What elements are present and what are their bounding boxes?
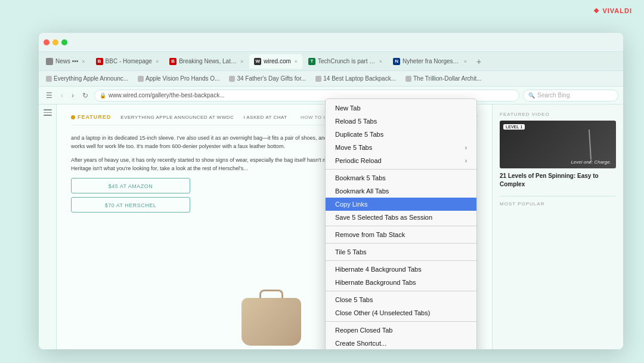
bookmarks-bar: Everything Apple Announc...Apple Vision … xyxy=(39,71,623,87)
menu-separator xyxy=(326,243,476,244)
menu-item-hibernate-bg-tabs[interactable]: Hibernate Background Tabs xyxy=(326,276,476,289)
bookmark-label: 34 Father's Day Gifts for... xyxy=(237,75,306,82)
tab-label: Nyheter fra Norges mest xyxy=(402,58,460,64)
tab-close-button[interactable]: × xyxy=(156,59,159,64)
menu-item-tile-5-tabs[interactable]: Tile 5 Tabs xyxy=(326,245,476,259)
menu-separator xyxy=(326,321,476,322)
menu-item-label: Bookmark 5 Tabs xyxy=(335,174,386,182)
nav-item-1[interactable]: EVERYTHING APPLE ANNOUNCED AT WWDC xyxy=(120,115,234,120)
tab-favicon: B xyxy=(96,58,103,65)
search-bar[interactable]: 🔍 Search Bing xyxy=(523,90,618,101)
minimize-window-button[interactable] xyxy=(52,39,58,45)
reload-button[interactable]: ↻ xyxy=(80,90,91,101)
video-thumbnail[interactable]: LEVEL 1 Level one: Charge. xyxy=(500,121,616,168)
bookmark-favicon xyxy=(315,76,321,82)
menu-separator xyxy=(326,226,476,226)
context-menu: New TabReload 5 TabsDuplicate 5 TabsMove… xyxy=(325,99,477,349)
tab-label: TechCrunch is part of the xyxy=(318,58,376,64)
bookmark-favicon xyxy=(405,76,411,82)
menu-item-label: Create Shortcut... xyxy=(335,340,386,347)
featured-video-section: FEATURED VIDEO LEVEL 1 Level one: Charge… xyxy=(500,112,616,189)
tab-close-button[interactable]: × xyxy=(240,59,243,64)
new-tab-button[interactable]: + xyxy=(473,56,485,67)
menu-item-hibernate-4-bg-tabs[interactable]: Hibernate 4 Background Tabs xyxy=(326,263,476,276)
video-title[interactable]: 21 Levels of Pen Spinning: Easy to Compl… xyxy=(500,172,616,189)
featured-video-label: FEATURED VIDEO xyxy=(500,112,616,117)
sidebar-toggle-button[interactable]: ☰ xyxy=(44,90,55,101)
tab-close-button[interactable]: × xyxy=(464,59,467,64)
bookmark-item[interactable]: Everything Apple Announc... xyxy=(42,74,132,83)
tab-close-button[interactable]: × xyxy=(82,59,85,64)
most-popular-section: MOST POPULAR xyxy=(500,201,616,207)
menu-item-label: Remove from Tab Stack xyxy=(335,231,405,238)
tab-label: Breaking News, Latest Ne... xyxy=(179,58,237,64)
tabs-row: News •••×BBBC - Homepage×BBreaking News,… xyxy=(39,52,623,71)
nav-item-2[interactable]: I ASKED AT CHAT xyxy=(243,115,287,120)
bookmark-item[interactable]: 34 Father's Day Gifts for... xyxy=(225,74,309,83)
menu-item-close-5-tabs[interactable]: Close 5 Tabs xyxy=(326,293,476,306)
menu-item-close-other-tabs[interactable]: Close Other (4 Unselected Tabs) xyxy=(326,306,476,319)
menu-item-label: New Tab xyxy=(335,104,361,112)
menu-item-save-5-tabs-session[interactable]: Save 5 Selected Tabs as Session xyxy=(326,211,476,224)
title-bar xyxy=(39,33,623,52)
tab-label: wired.com xyxy=(264,58,291,64)
menu-item-reload-5-tabs[interactable]: Reload 5 Tabs xyxy=(326,115,476,128)
menu-item-remove-from-tab-stack[interactable]: Remove from Tab Stack xyxy=(326,228,476,241)
bookmark-label: The Trillion-Dollar Archit... xyxy=(413,75,481,82)
most-popular-label: MOST POPULAR xyxy=(500,201,616,207)
panel-divider xyxy=(500,196,616,196)
menu-item-label: Close 5 Tabs xyxy=(335,296,373,303)
menu-item-label: Hibernate Background Tabs xyxy=(335,279,416,286)
menu-separator xyxy=(326,260,476,261)
bag-shape xyxy=(242,298,301,346)
tab-tab-breaking[interactable]: BBreaking News, Latest Ne...× xyxy=(165,54,248,69)
menu-item-label: Duplicate 5 Tabs xyxy=(335,131,383,138)
submenu-arrow-icon: › xyxy=(465,158,467,164)
menu-item-move-5-tabs[interactable]: Move 5 Tabs› xyxy=(326,141,476,154)
back-button[interactable]: ‹ xyxy=(58,90,66,101)
menu-item-label: Reopen Closed Tab xyxy=(335,327,392,334)
address-text: www.wired.com/gallery/the-best-backpack.… xyxy=(109,92,225,99)
menu-item-label: Close Other (4 Unselected Tabs) xyxy=(335,309,430,316)
tab-label: News ••• xyxy=(55,58,78,64)
menu-item-label: Tile 5 Tabs xyxy=(335,248,367,256)
right-panel: FEATURED VIDEO LEVEL 1 Level one: Charge… xyxy=(492,104,623,349)
bookmark-item[interactable]: The Trillion-Dollar Archit... xyxy=(402,74,485,83)
traffic-lights xyxy=(44,39,67,45)
maximize-window-button[interactable] xyxy=(61,39,67,45)
menu-item-periodic-reload[interactable]: Periodic Reload› xyxy=(326,154,476,167)
herschel-button[interactable]: $70 AT HERSCHEL xyxy=(71,197,190,213)
tab-tab-wired[interactable]: Wwired.com× xyxy=(249,54,302,69)
forward-button[interactable]: › xyxy=(69,90,76,101)
menu-item-label: Move 5 Tabs xyxy=(335,144,372,151)
bookmark-item[interactable]: 14 Best Laptop Backpack... xyxy=(312,74,400,83)
bookmark-item[interactable]: Apple Vision Pro Hands O... xyxy=(134,74,223,83)
tab-favicon: W xyxy=(254,58,261,65)
close-window-button[interactable] xyxy=(44,39,49,45)
submenu-arrow-icon: › xyxy=(465,144,467,151)
bookmark-label: Apple Vision Pro Hands O... xyxy=(145,75,219,82)
bookmark-favicon xyxy=(229,76,235,82)
tab-close-button[interactable]: × xyxy=(379,59,382,64)
browser-window: News •••×BBBC - Homepage×BBreaking News,… xyxy=(39,33,623,349)
tab-tab-nyheter[interactable]: NNyheter fra Norges mest× xyxy=(388,54,472,69)
menu-item-copy-links[interactable]: Copy Links xyxy=(326,198,476,211)
bag-image xyxy=(236,290,307,349)
menu-item-label: Save 5 Selected Tabs as Session xyxy=(335,214,432,221)
featured-dot xyxy=(71,115,75,119)
menu-item-new-tab[interactable]: New Tab xyxy=(326,101,476,115)
sidebar-toggle[interactable] xyxy=(39,104,57,349)
tab-tab-bbc[interactable]: BBBC - Homepage× xyxy=(91,54,164,69)
menu-item-bookmark-5-tabs[interactable]: Bookmark 5 Tabs xyxy=(326,171,476,184)
tab-tab-techcrunch[interactable]: TTechCrunch is part of the× xyxy=(304,54,387,69)
tab-label: BBC - Homepage xyxy=(106,58,152,64)
menu-item-create-shortcut[interactable]: Create Shortcut... xyxy=(326,337,476,349)
tab-close-button[interactable]: × xyxy=(295,59,298,64)
amazon-button[interactable]: $45 AT AMAZON xyxy=(71,178,190,193)
menu-item-bookmark-all-tabs[interactable]: Bookmark All Tabs xyxy=(326,184,476,198)
bookmark-label: 14 Best Laptop Backpack... xyxy=(323,75,396,82)
menu-item-duplicate-5-tabs[interactable]: Duplicate 5 Tabs xyxy=(326,128,476,141)
tab-tab-news[interactable]: News •••× xyxy=(41,54,90,69)
menu-item-reopen-closed-tab[interactable]: Reopen Closed Tab xyxy=(326,324,476,337)
featured-label: FEATURED xyxy=(71,114,111,120)
